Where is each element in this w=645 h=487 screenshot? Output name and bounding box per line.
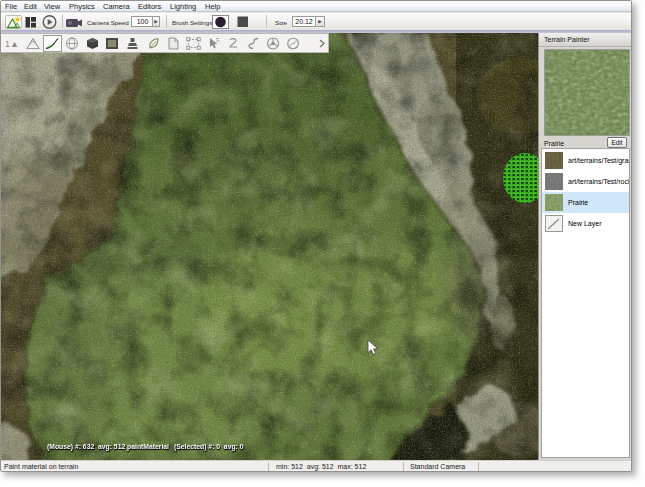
svg-text:1▲: 1▲ (5, 39, 19, 49)
